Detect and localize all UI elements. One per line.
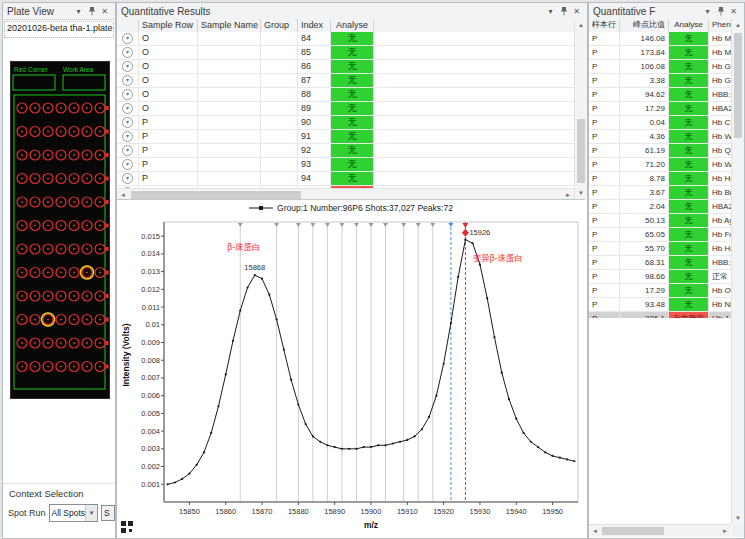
close-icon[interactable]: ✕ [570, 5, 583, 17]
table-row[interactable]: P50.13无Hb Aylesbury(H [589, 214, 732, 228]
table-row[interactable]: P3.67无Hb Broomhill [589, 186, 732, 200]
row-expander[interactable]: ▾ [117, 144, 139, 157]
table-row[interactable]: P68.31无HBB:c.41C>T(H [589, 256, 732, 270]
table-row[interactable]: P55.70无Hb Hamilton [589, 242, 732, 256]
row-expander[interactable]: ▾ [117, 116, 139, 129]
scrollbar-thumb[interactable] [131, 191, 301, 199]
spectrum-chart[interactable]: 1585015860158701588015890159001591015920… [130, 214, 582, 536]
cell-sample-row: P [589, 284, 620, 297]
scroll-down-icon[interactable]: ▼ [575, 187, 587, 199]
scrollbar-thumb[interactable] [577, 119, 585, 183]
table-row[interactable]: P2.04无HBA2:c.295T>G [589, 200, 732, 214]
row-expander[interactable]: ▾ [117, 60, 139, 73]
svg-text:15910: 15910 [397, 507, 418, 516]
table-row[interactable]: ▾O85无 [117, 46, 575, 60]
plate-image[interactable]: Red CornerWork Area [10, 61, 110, 399]
column-header-sample-row[interactable]: Sample Row [139, 19, 198, 32]
svg-text:0.002: 0.002 [141, 462, 160, 471]
row-expander[interactable]: ▾ [117, 88, 139, 101]
scroll-right-icon[interactable]: ► [719, 525, 731, 537]
table-row[interactable]: ▾P90无 [117, 116, 575, 130]
pin-icon[interactable] [557, 5, 570, 17]
cell-phenotype-name: Hb Malay [709, 46, 732, 59]
table-row[interactable]: P71.20无Hb Westmead [589, 158, 732, 172]
table-row[interactable]: ▾P93无 [117, 158, 575, 172]
table-row[interactable]: P8.78无Hb Hekinan(H [589, 172, 732, 186]
table-row[interactable]: P61.19无Hb Q-Thailand [589, 144, 732, 158]
table-row[interactable]: P3.38无Hb G-San José [589, 74, 732, 88]
phenotype-vertical-scrollbar[interactable]: ▲ ▼ [731, 19, 744, 524]
column-header-analyse[interactable]: Analyse [669, 19, 709, 32]
row-expander[interactable]: ▾ [117, 32, 139, 45]
row-expander[interactable]: ▾ [117, 130, 139, 143]
row-expander[interactable]: ▾ [117, 172, 139, 185]
phenotype-horizontal-scrollbar[interactable]: ◄ ► [589, 524, 731, 537]
table-row[interactable]: ▾O86无 [117, 60, 575, 74]
table-row-selected[interactable]: P326.1存在异常Hb J-Bangkok [589, 312, 732, 318]
table-row[interactable]: P17.29无HBA2:c.41C>T( [589, 102, 732, 116]
table-row[interactable]: P98.66无正常 [589, 270, 732, 284]
row-expander[interactable]: ▾ [117, 102, 139, 115]
plate-file-item[interactable]: 20201026-beta tha-1.plate [5, 22, 113, 37]
svg-text:0.003: 0.003 [141, 444, 160, 453]
panel-menu-icon[interactable]: ▾ [544, 5, 557, 17]
context-side-button[interactable]: S [101, 505, 115, 521]
panel-menu-icon[interactable]: ▾ [701, 5, 714, 17]
close-icon[interactable]: ✕ [727, 5, 740, 17]
scrollbar-thumb[interactable] [602, 527, 664, 535]
column-header-index[interactable]: Index [298, 19, 331, 32]
panel-menu-icon[interactable]: ▾ [72, 5, 85, 17]
cell-analyse-status: 无 [669, 186, 709, 199]
column-header-sample-name[interactable]: Sample Name [198, 19, 261, 32]
table-row[interactable]: P146.08无Hb Maputo [589, 32, 732, 46]
column-header-expand[interactable] [117, 19, 139, 32]
table-row[interactable]: P65.05无Hb Fontainble [589, 228, 732, 242]
close-icon[interactable]: ✕ [98, 5, 111, 17]
table-row[interactable]: ▾O87无 [117, 74, 575, 88]
table-row[interactable]: ▾O89无 [117, 102, 575, 116]
cell-sample-row: P [589, 74, 620, 87]
table-row[interactable]: ▾P91无 [117, 130, 575, 144]
table-row[interactable]: ▾O84无 [117, 32, 575, 46]
row-expander[interactable]: ▾ [117, 158, 139, 171]
column-header-phenotype-name[interactable]: Phenotype Name [709, 19, 732, 32]
svg-text:15920: 15920 [433, 507, 454, 516]
pin-icon[interactable] [85, 5, 98, 17]
column-header-ratio[interactable]: 峰点比值 [620, 19, 669, 32]
row-expander[interactable]: ▾ [117, 46, 139, 59]
table-row[interactable]: P4.36无Hb Wexham(2- [589, 130, 732, 144]
column-header-analyse[interactable]: Analyse [331, 19, 374, 32]
chevron-down-icon: ▾ [122, 75, 133, 86]
cell-filler [374, 172, 575, 185]
cell-analyse-status: 无 [669, 158, 709, 171]
cell-analyse-status: 无 [331, 74, 374, 87]
scroll-up-icon[interactable]: ▲ [575, 19, 587, 31]
results-vertical-scrollbar[interactable]: ▲ ▼ [574, 19, 587, 199]
cell-group [261, 88, 298, 101]
table-row[interactable]: P106.08无Hb G-Coushatta [589, 60, 732, 74]
spot-run-select[interactable]: All Spots ▾ [49, 504, 99, 522]
table-row[interactable]: ▾P92无 [117, 144, 575, 158]
table-row[interactable]: P94.62无HBB:c.255_264 [589, 88, 732, 102]
cell-sample-row: O [139, 32, 198, 45]
spot-run-label: Spot Run [8, 508, 46, 518]
pin-icon[interactable] [714, 5, 727, 17]
scrollbar-thumb[interactable] [734, 33, 742, 138]
cell-phenotype-name: Hb Hekinan(H [709, 172, 732, 185]
column-header-group[interactable]: Group [261, 19, 298, 32]
table-row[interactable]: P0.04无Hb CS [589, 116, 732, 130]
svg-text:15940: 15940 [506, 507, 527, 516]
table-row[interactable]: P17.29无Hb Owari [589, 284, 732, 298]
table-row[interactable]: ▾P94无 [117, 172, 575, 186]
row-expander[interactable]: ▾ [117, 74, 139, 87]
chart-legend: Group:1 Number:96P6 Shots:37,027 Peaks:7… [117, 203, 585, 213]
table-row[interactable]: P173.84无Hb Malay [589, 46, 732, 60]
table-row[interactable]: P93.48无Hb Niigata(<C [589, 298, 732, 312]
cell-ratio: 17.29 [620, 102, 669, 115]
column-header-sample-row[interactable]: 样本行 [589, 19, 620, 32]
scroll-left-icon[interactable]: ◄ [589, 525, 601, 537]
scroll-up-icon[interactable]: ▲ [732, 19, 744, 31]
context-selection-section: Context Selection Spot Run All Spots ▾ S [3, 483, 115, 534]
scroll-down-icon[interactable]: ▼ [732, 512, 744, 524]
table-row[interactable]: ▾O88无 [117, 88, 575, 102]
